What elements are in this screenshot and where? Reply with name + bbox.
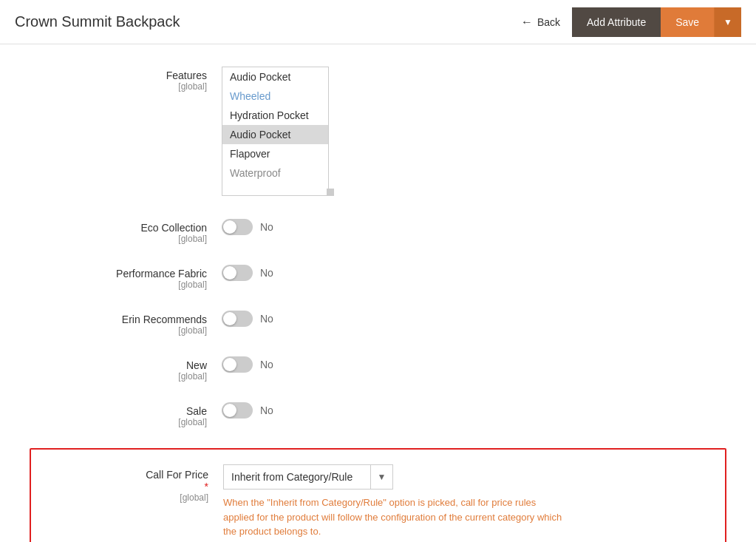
- back-link[interactable]: ← Back: [521, 16, 560, 29]
- performance-fabric-value: No: [260, 267, 273, 279]
- listbox-item-flapover[interactable]: Flapover: [222, 144, 328, 163]
- sale-control: No: [222, 402, 726, 419]
- sale-toggle-thumb: [223, 404, 236, 417]
- eco-collection-toggle[interactable]: [222, 219, 253, 235]
- sale-toggle[interactable]: [222, 402, 253, 419]
- sale-label-area: Sale [global]: [30, 402, 222, 427]
- sale-row: Sale [global] No: [30, 402, 726, 427]
- cfp-control: Inherit from Category/Rule Yes No ▼ When…: [223, 464, 710, 539]
- eco-collection-sublabel: [global]: [30, 234, 207, 244]
- sale-toggle-row: No: [222, 402, 726, 419]
- eco-collection-toggle-thumb: [223, 220, 236, 234]
- erin-recommends-toggle[interactable]: [222, 311, 253, 327]
- erin-recommends-label-area: Erin Recommends [global]: [30, 311, 222, 336]
- listbox-item-audio-pocket-1[interactable]: Audio Pocket: [222, 67, 328, 87]
- header-actions: ← Back Add Attribute Save ▼: [521, 7, 741, 37]
- eco-collection-label: Eco Collection: [30, 222, 207, 234]
- erin-recommends-toggle-row: No: [222, 311, 726, 327]
- new-row: New [global] No: [30, 356, 726, 382]
- eco-collection-value: No: [260, 221, 273, 233]
- save-dropdown-button[interactable]: ▼: [714, 7, 741, 37]
- performance-fabric-toggle[interactable]: [222, 265, 253, 281]
- cfp-required-star: *: [205, 481, 208, 492]
- cfp-description: When the "Inherit from Category/Rule" op…: [223, 495, 563, 539]
- performance-fabric-label: Performance Fabric: [30, 268, 207, 280]
- cfp-sublabel: [global]: [46, 492, 208, 503]
- back-arrow-icon: ←: [521, 16, 533, 29]
- cfp-label-area: Call For Price * [global]: [46, 464, 223, 503]
- new-toggle-row: No: [222, 356, 726, 373]
- page-header: Crown Summit Backpack ← Back Add Attribu…: [0, 0, 756, 44]
- performance-fabric-toggle-thumb: [223, 266, 236, 280]
- erin-recommends-value: No: [260, 313, 273, 325]
- call-for-price-section: Call For Price * [global] Inherit from C…: [30, 448, 726, 542]
- sale-label: Sale: [30, 405, 207, 417]
- eco-collection-toggle-row: No: [222, 219, 726, 235]
- eco-collection-row: Eco Collection [global] No: [30, 219, 726, 244]
- sale-sublabel: [global]: [30, 417, 207, 427]
- features-label: Features: [30, 70, 207, 81]
- performance-fabric-control: No: [222, 265, 726, 281]
- erin-recommends-label: Erin Recommends: [30, 314, 207, 325]
- page-content: Features [global] Audio Pocket Wheeled H…: [0, 44, 756, 542]
- performance-fabric-label-area: Performance Fabric [global]: [30, 265, 222, 290]
- listbox-resize-handle[interactable]: [327, 189, 334, 196]
- listbox-item-waterproof[interactable]: Waterproof: [222, 163, 328, 183]
- features-row: Features [global] Audio Pocket Wheeled H…: [30, 67, 726, 198]
- erin-recommends-control: No: [222, 311, 726, 327]
- features-control: Audio Pocket Wheeled Hydration Pocket Au…: [222, 67, 726, 198]
- page-title: Crown Summit Backpack: [15, 13, 521, 30]
- features-label-area: Features [global]: [30, 67, 222, 92]
- features-sublabel: [global]: [30, 81, 207, 92]
- new-toggle[interactable]: [222, 356, 253, 373]
- features-listbox[interactable]: Audio Pocket Wheeled Hydration Pocket Au…: [222, 67, 329, 196]
- new-label: New: [30, 359, 207, 371]
- back-label: Back: [537, 16, 560, 28]
- new-control: No: [222, 356, 726, 373]
- erin-recommends-sublabel: [global]: [30, 325, 207, 336]
- features-listbox-wrapper: Audio Pocket Wheeled Hydration Pocket Au…: [222, 67, 334, 196]
- listbox-item-wheeled[interactable]: Wheeled: [222, 87, 328, 106]
- eco-collection-control: No: [222, 219, 726, 235]
- cfp-dropdown-button[interactable]: ▼: [371, 464, 393, 490]
- new-toggle-thumb: [223, 358, 236, 371]
- new-label-area: New [global]: [30, 356, 222, 382]
- eco-collection-label-area: Eco Collection [global]: [30, 219, 222, 244]
- erin-recommends-row: Erin Recommends [global] No: [30, 311, 726, 336]
- cfp-select[interactable]: Inherit from Category/Rule Yes No: [223, 464, 371, 490]
- performance-fabric-row: Performance Fabric [global] No: [30, 265, 726, 290]
- add-attribute-button[interactable]: Add Attribute: [572, 7, 661, 37]
- erin-recommends-toggle-thumb: [223, 312, 236, 325]
- new-sublabel: [global]: [30, 371, 207, 382]
- new-value: No: [260, 359, 273, 370]
- sale-value: No: [260, 404, 273, 416]
- cfp-select-wrapper: Inherit from Category/Rule Yes No ▼: [223, 464, 710, 490]
- listbox-item-audio-pocket-2[interactable]: Audio Pocket: [222, 125, 328, 144]
- cfp-label: Call For Price: [46, 469, 208, 481]
- performance-fabric-sublabel: [global]: [30, 280, 207, 290]
- save-button[interactable]: Save: [661, 7, 714, 37]
- listbox-item-hydration-pocket[interactable]: Hydration Pocket: [222, 106, 328, 125]
- performance-fabric-toggle-row: No: [222, 265, 726, 281]
